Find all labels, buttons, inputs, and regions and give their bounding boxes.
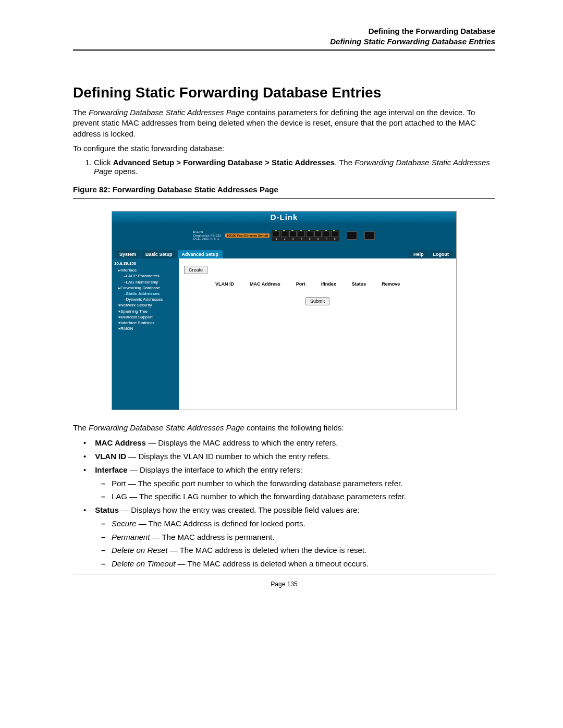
field-interface-port: Port — The specific port number to which… (112, 478, 495, 489)
figure-screenshot: D-Link D-Link Diagnostics RS-232 DCE, 96… (112, 211, 457, 410)
tree-dynamic-addresses[interactable]: Dynamic Addresses (114, 297, 177, 302)
field-status: Status — Displays how the entry was crea… (93, 504, 495, 570)
col-ifindex: ifIndex (321, 281, 336, 287)
field-interface: Interface — Displays the interface to wh… (93, 464, 495, 502)
page-title: Defining Static Forwarding Database Entr… (73, 84, 495, 101)
figure-caption: Figure 82: Forwarding Database Static Ad… (73, 185, 495, 194)
nav-tree: 10.6.39.150 Interface LACP Parameters LA… (112, 258, 179, 410)
tree-fdb[interactable]: Forwarding Database (114, 285, 177, 291)
tab-help[interactable]: Help (409, 250, 428, 258)
col-status: Status (352, 281, 366, 287)
steps-list: Click Advanced Setup > Forwarding Databa… (73, 158, 495, 176)
tree-lag[interactable]: LAG Membership (114, 279, 177, 285)
col-remove: Remove (382, 281, 400, 287)
device-label-block: D-Link Diagnostics RS-232 DCE, 9600, n, … (193, 230, 223, 241)
uplink-slots (347, 231, 375, 240)
tab-basic-setup[interactable]: Basic Setup (141, 250, 177, 258)
field-mac-address: MAC Address — Displays the MAC address t… (93, 437, 495, 449)
work-area: 10.6.39.150 Interface LACP Parameters LA… (112, 258, 456, 410)
tree-network-security[interactable]: Network Security (114, 302, 177, 308)
tree-multicast[interactable]: Multicast Support (114, 314, 177, 320)
header-subsection: Defining Static Forwarding Database Entr… (73, 36, 495, 47)
after-figure-paragraph: The Forwarding Database Static Addresses… (73, 423, 495, 433)
footer-rule (73, 574, 495, 574)
figure-rule (73, 198, 495, 199)
create-button[interactable]: Create (184, 266, 207, 274)
tree-ip: 10.6.39.150 (114, 261, 177, 266)
tree-static-addresses[interactable]: Static Addresses (114, 291, 177, 297)
status-secure: Secure — The MAC Address is defined for … (112, 518, 495, 529)
tree-rmon[interactable]: RMON (114, 326, 177, 331)
step-1: Click Advanced Setup > Forwarding Databa… (94, 158, 495, 176)
col-mac-address: MAC Address (250, 281, 280, 287)
status-permanent: Permanent — The MAC address is permanent… (112, 532, 495, 543)
content-pane: Create VLAN ID MAC Address Port ifIndex … (179, 258, 456, 410)
tab-advanced-setup[interactable]: Advanced Setup (178, 250, 223, 258)
header-section: Defining the Forwarding Database (73, 26, 495, 36)
field-interface-lag: LAG — The specific LAG number to which t… (112, 491, 495, 502)
col-port: Port (296, 281, 305, 287)
table-header-row: VLAN ID MAC Address Port ifIndex Status … (215, 281, 451, 287)
intro-lead: To configure the static forwarding datab… (73, 143, 495, 154)
status-delete-on-timeout: Delete on Timeout — The MAC address is d… (112, 558, 495, 570)
port-block: 1 2 3 4 5 6 7 8 (272, 230, 339, 241)
col-vlan-id: VLAN ID (215, 281, 234, 287)
device-badge: 10/100 Fast Ethernet Switch (225, 233, 270, 238)
field-vlan-id: VLAN ID — Displays the VLAN ID number to… (93, 451, 495, 462)
brand-bar: D-Link (112, 212, 456, 223)
tree-interface[interactable]: Interface (114, 267, 177, 273)
header-rule (73, 50, 495, 51)
tree-interface-stats[interactable]: Interface Statistics (114, 320, 177, 326)
tree-spanning-tree[interactable]: Spanning Tree (114, 309, 177, 314)
tab-logout[interactable]: Logout (429, 250, 454, 258)
submit-button[interactable]: Submit (305, 297, 329, 305)
tab-system[interactable]: System (115, 250, 140, 258)
device-image-strip: D-Link Diagnostics RS-232 DCE, 9600, n, … (112, 223, 456, 248)
status-delete-on-reset: Delete on Reset — The MAC address is del… (112, 545, 495, 556)
tree-lacp[interactable]: LACP Parameters (114, 273, 177, 279)
tab-bar: System Basic Setup Advanced Setup Help L… (112, 248, 456, 258)
field-list: MAC Address — Displays the MAC address t… (73, 437, 495, 570)
page-header: Defining the Forwarding Database Definin… (73, 26, 495, 46)
page-number: Page 135 (73, 581, 495, 588)
intro-paragraph: The Forwarding Database Static Addresses… (73, 107, 495, 139)
